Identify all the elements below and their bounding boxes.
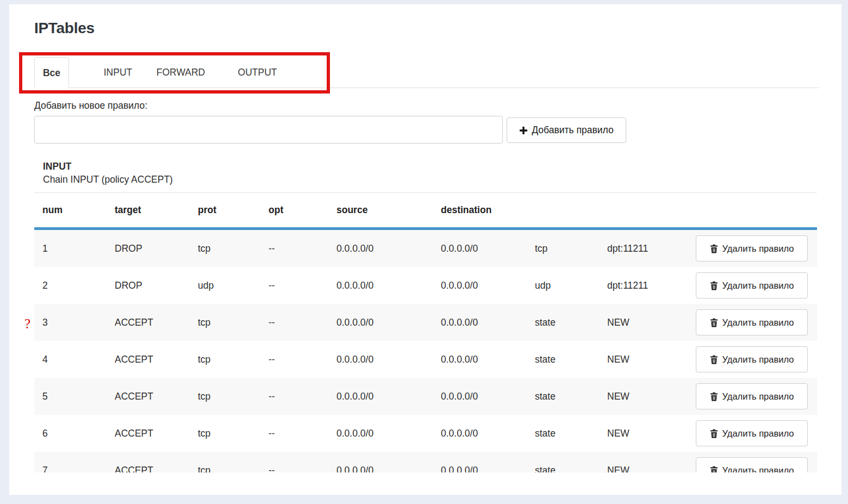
cell-source: 0.0.0.0/0 — [336, 354, 441, 365]
cell-source: 0.0.0.0/0 — [336, 391, 441, 402]
trash-icon — [710, 466, 718, 473]
cell-extra1: state — [535, 391, 607, 402]
page-title: IPTables — [34, 20, 95, 37]
delete-rule-button[interactable]: Удалить правило — [696, 235, 808, 262]
cell-target: ACCEPT — [115, 354, 198, 365]
cell-extra1: state — [535, 317, 607, 328]
cell-prot: tcp — [198, 354, 269, 365]
cell-target: ACCEPT — [115, 317, 198, 328]
table-row: 5 ACCEPT tcp -- 0.0.0.0/0 0.0.0.0/0 stat… — [34, 378, 817, 415]
delete-rule-button-label: Удалить правило — [722, 318, 794, 328]
cell-target: ACCEPT — [115, 428, 198, 439]
delete-rule-button[interactable]: Удалить правило — [696, 383, 808, 409]
trash-icon — [710, 355, 718, 364]
col-header-destination: destination — [441, 204, 535, 216]
cell-source: 0.0.0.0/0 — [336, 280, 441, 291]
cell-extra1: state — [535, 354, 607, 365]
cell-prot: tcp — [198, 243, 269, 254]
delete-rule-button[interactable]: Удалить правило — [696, 457, 808, 472]
tabs-bar: Все INPUT FORWARD OUTPUT — [34, 57, 819, 88]
delete-rule-button-label: Удалить правило — [722, 391, 794, 402]
cell-extra2: dpt:11211 — [607, 280, 696, 291]
cell-num: 1 — [42, 243, 115, 254]
cell-extra2: dpt:11211 — [607, 243, 696, 254]
delete-rule-button[interactable]: Удалить правило — [696, 420, 808, 446]
delete-rule-button-label: Удалить правило — [722, 354, 794, 365]
plus-icon — [519, 126, 528, 135]
table-header-row: num target prot opt source destination — [34, 193, 817, 227]
delete-rule-button[interactable]: Удалить правило — [696, 346, 808, 372]
table-row: 4 ACCEPT tcp -- 0.0.0.0/0 0.0.0.0/0 stat… — [34, 341, 817, 378]
delete-rule-button-label: Удалить правило — [722, 428, 794, 439]
col-header-prot: prot — [198, 204, 269, 216]
table-row: 1 DROP tcp -- 0.0.0.0/0 0.0.0.0/0 tcp dp… — [34, 230, 817, 267]
cell-prot: tcp — [198, 391, 269, 402]
cell-destination: 0.0.0.0/0 — [441, 317, 535, 328]
cell-source: 0.0.0.0/0 — [336, 428, 441, 439]
new-rule-input[interactable] — [34, 116, 503, 144]
table-row: 3 ACCEPT tcp -- 0.0.0.0/0 0.0.0.0/0 stat… — [34, 304, 817, 341]
cell-destination: 0.0.0.0/0 — [441, 428, 535, 439]
tab-forward[interactable]: FORWARD — [156, 57, 205, 88]
cell-extra1: state — [535, 465, 607, 473]
cell-destination: 0.0.0.0/0 — [441, 243, 535, 254]
delete-rule-button-label: Удалить правило — [722, 465, 794, 473]
cell-extra2: NEW — [607, 428, 696, 439]
cell-target: ACCEPT — [115, 391, 198, 402]
cell-num: 3 — [42, 317, 115, 328]
cell-target: DROP — [115, 243, 198, 254]
cell-extra2: NEW — [607, 391, 696, 402]
table-row: 6 ACCEPT tcp -- 0.0.0.0/0 0.0.0.0/0 stat… — [34, 415, 817, 452]
cell-opt: -- — [269, 465, 336, 473]
delete-rule-button[interactable]: Удалить правило — [696, 272, 808, 298]
cell-extra1: tcp — [535, 243, 607, 254]
cell-prot: tcp — [198, 317, 269, 328]
delete-rule-button-label: Удалить правило — [722, 244, 794, 254]
table-row: 2 DROP udp -- 0.0.0.0/0 0.0.0.0/0 udp dp… — [34, 267, 817, 304]
trash-icon — [710, 429, 718, 438]
col-header-num: num — [42, 204, 115, 216]
tab-all[interactable]: Все — [34, 57, 69, 88]
page: { "page": { "title": "IPTables", "backgr… — [0, 0, 848, 504]
cell-num: 4 — [42, 354, 115, 365]
cell-extra2: NEW — [607, 354, 696, 365]
col-header-opt: opt — [269, 204, 336, 216]
cell-opt: -- — [269, 243, 336, 254]
cell-extra2: NEW — [607, 317, 696, 328]
cell-extra1: state — [535, 428, 607, 439]
cell-destination: 0.0.0.0/0 — [441, 280, 535, 291]
cell-destination: 0.0.0.0/0 — [441, 391, 535, 402]
cell-prot: tcp — [198, 428, 269, 439]
delete-rule-button[interactable]: Удалить правило — [696, 309, 808, 335]
delete-rule-button-label: Удалить правило — [722, 281, 794, 291]
cell-destination: 0.0.0.0/0 — [441, 465, 535, 473]
cell-num: 2 — [42, 280, 115, 291]
col-header-source: source — [336, 204, 441, 216]
trash-icon — [710, 244, 718, 253]
cell-opt: -- — [269, 280, 336, 291]
chain-policy: Chain INPUT (policy ACCEPT) — [43, 173, 173, 186]
iptables-card: IPTables Все INPUT FORWARD OUTPUT ? Доба… — [9, 4, 841, 495]
cell-source: 0.0.0.0/0 — [336, 317, 441, 328]
col-header-target: target — [115, 204, 198, 216]
cell-opt: -- — [269, 391, 336, 402]
cell-num: 6 — [42, 428, 115, 439]
cell-target: ACCEPT — [115, 465, 198, 473]
cell-num: 7 — [42, 465, 115, 473]
chain-name: INPUT — [43, 160, 173, 173]
add-rule-button-label: Добавить правило — [532, 125, 613, 136]
add-rule-button[interactable]: Добавить правило — [507, 117, 626, 143]
trash-icon — [710, 392, 718, 401]
annotation-question-mark: ? — [24, 316, 30, 332]
table-row: 7 ACCEPT tcp -- 0.0.0.0/0 0.0.0.0/0 stat… — [34, 452, 817, 472]
tab-input[interactable]: INPUT — [92, 57, 144, 88]
trash-icon — [710, 318, 718, 327]
cell-destination: 0.0.0.0/0 — [441, 354, 535, 365]
trash-icon — [710, 281, 718, 290]
cell-source: 0.0.0.0/0 — [336, 465, 441, 473]
cell-extra2: NEW — [607, 465, 696, 473]
rules-table: num target prot opt source destination 1… — [34, 192, 817, 472]
cell-source: 0.0.0.0/0 — [336, 243, 441, 254]
cell-opt: -- — [269, 428, 336, 439]
tab-output[interactable]: OUTPUT — [238, 57, 277, 88]
